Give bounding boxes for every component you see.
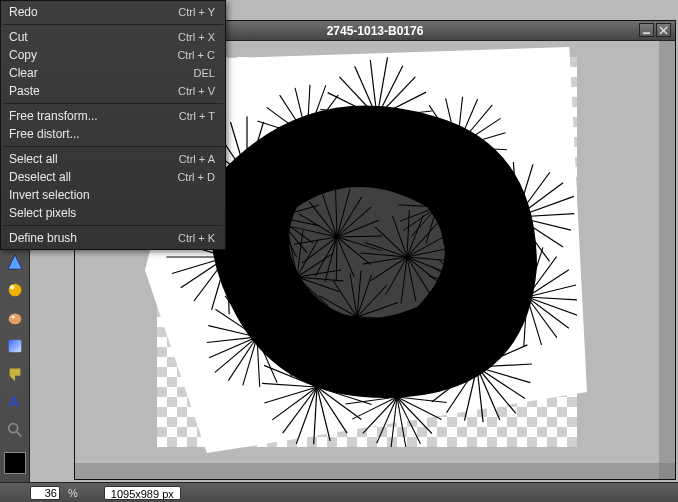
- scrollbar-vertical[interactable]: [659, 41, 675, 463]
- svg-rect-5: [8, 340, 21, 353]
- minimize-button[interactable]: [639, 23, 654, 37]
- menu-item-label: Define brush: [9, 231, 77, 245]
- menu-item-label: Redo: [9, 5, 38, 19]
- zoom-icon: [6, 421, 24, 439]
- menu-item-label: Deselect all: [9, 170, 71, 184]
- minimize-icon: [642, 26, 651, 35]
- gradient-tool[interactable]: [3, 334, 27, 358]
- statusbar: % 1095x989 px: [0, 482, 678, 502]
- menu-item-label: Clear: [9, 66, 38, 80]
- svg-point-2: [10, 285, 15, 290]
- menu-select-all[interactable]: Select allCtrl + A: [1, 150, 225, 168]
- menu-item-label: Free distort...: [9, 127, 80, 141]
- close-icon: [659, 26, 668, 35]
- menu-separator: [3, 146, 223, 147]
- menu-item-shortcut: Ctrl + V: [178, 85, 215, 97]
- menu-free-transform[interactable]: Free transform...Ctrl + T: [1, 107, 225, 125]
- sphere-icon: [6, 281, 24, 299]
- blur-tool[interactable]: [3, 306, 27, 330]
- sphere-tool[interactable]: [3, 278, 27, 302]
- menu-redo[interactable]: RedoCtrl + Y: [1, 3, 225, 21]
- color-swatch[interactable]: [4, 452, 26, 474]
- menu-free-distort[interactable]: Free distort...: [1, 125, 225, 143]
- menu-item-shortcut: Ctrl + C: [177, 49, 215, 61]
- menu-separator: [3, 24, 223, 25]
- menu-item-shortcut: Ctrl + K: [178, 232, 215, 244]
- menu-define-brush[interactable]: Define brushCtrl + K: [1, 229, 225, 247]
- svg-point-7: [8, 424, 17, 433]
- paint-tool[interactable]: [3, 362, 27, 386]
- svg-point-3: [8, 314, 21, 325]
- edit-menu[interactable]: RedoCtrl + YCutCtrl + XCopyCtrl + CClear…: [0, 0, 226, 250]
- menu-separator: [3, 103, 223, 104]
- shape-tool[interactable]: [3, 250, 27, 274]
- gradient-icon: [6, 337, 24, 355]
- menu-item-label: Cut: [9, 30, 28, 44]
- menu-item-label: Free transform...: [9, 109, 98, 123]
- menu-item-shortcut: Ctrl + Y: [178, 6, 215, 18]
- zoom-input[interactable]: [30, 486, 60, 500]
- scrollbar-corner: [659, 463, 675, 479]
- svg-point-4: [11, 316, 15, 319]
- scrollbar-horizontal[interactable]: [75, 463, 659, 479]
- text-icon: A: [6, 393, 24, 411]
- zoom-percent-label: %: [68, 487, 78, 499]
- menu-cut[interactable]: CutCtrl + X: [1, 28, 225, 46]
- close-button[interactable]: [656, 23, 671, 37]
- paint-icon: [6, 365, 24, 383]
- menu-deselect-all[interactable]: Deselect allCtrl + D: [1, 168, 225, 186]
- text-tool[interactable]: A: [3, 390, 27, 414]
- menu-clear[interactable]: ClearDEL: [1, 64, 225, 82]
- svg-point-1: [8, 284, 21, 297]
- menu-select-pixels[interactable]: Select pixels: [1, 204, 225, 222]
- menu-copy[interactable]: CopyCtrl + C: [1, 46, 225, 64]
- svg-marker-0: [7, 255, 21, 269]
- menu-separator: [3, 225, 223, 226]
- svg-line-8: [16, 432, 21, 437]
- menu-item-shortcut: Ctrl + A: [179, 153, 215, 165]
- svg-rect-9: [643, 32, 650, 34]
- zoom-tool[interactable]: [3, 418, 27, 442]
- document-title: 2745-1013-B0176: [327, 24, 424, 38]
- menu-paste[interactable]: PasteCtrl + V: [1, 82, 225, 100]
- menu-item-shortcut: Ctrl + T: [179, 110, 215, 122]
- menu-item-label: Copy: [9, 48, 37, 62]
- menu-invert-selection[interactable]: Invert selection: [1, 186, 225, 204]
- menu-item-shortcut: DEL: [194, 67, 215, 79]
- menu-item-label: Select all: [9, 152, 58, 166]
- svg-text:A: A: [8, 394, 19, 410]
- dimensions-label: 1095x989 px: [104, 486, 181, 500]
- menu-item-label: Invert selection: [9, 188, 90, 202]
- triangle-icon: [6, 253, 24, 271]
- menu-item-label: Select pixels: [9, 206, 76, 220]
- menu-item-shortcut: Ctrl + D: [177, 171, 215, 183]
- menu-item-label: Paste: [9, 84, 40, 98]
- menu-item-shortcut: Ctrl + X: [178, 31, 215, 43]
- drop-icon: [6, 309, 24, 327]
